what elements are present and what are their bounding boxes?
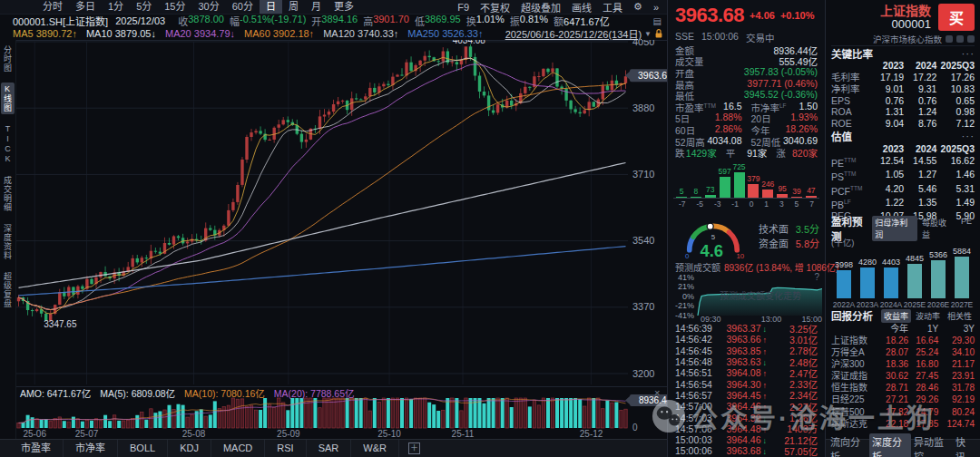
profit-forecast-section: 盈利预测归母净利润每股收益PE(十亿)39982022A42802023A440…: [831, 222, 975, 309]
cell-value: 124.74: [938, 418, 975, 430]
profit-bar-col: 53662026E: [926, 250, 950, 309]
cell-value: 28.71: [878, 382, 908, 394]
gear-icon[interactable]: ⚙: [629, 1, 647, 13]
toolbar-item-不复权[interactable]: 不复权: [475, 0, 514, 15]
period-tab-15分[interactable]: 15分: [158, 0, 191, 14]
cell-value: 0.98: [936, 106, 975, 118]
period-tab-更多[interactable]: 更多: [328, 0, 360, 14]
quote-header: 3963.68 +4.06 +0.10%: [668, 0, 825, 31]
svg-text:25-12: 25-12: [580, 429, 603, 439]
date-range-selector[interactable]: 2025/06/16-2025/12/26(134日): [505, 26, 642, 41]
sidebar-item-成交明细[interactable]: 成交明细: [1, 174, 15, 214]
sentiment-gauge: 01054.6: [673, 210, 753, 261]
toolbar-item-超级叠加[interactable]: 超级叠加: [516, 0, 565, 15]
svg-text:3200: 3200: [632, 368, 654, 379]
axis-tick: 3: [779, 199, 784, 209]
top-toolbar: 分时多日1分5分15分30分60分日周月更多 F9不复权超级叠加画线工具⚙»: [0, 0, 667, 15]
toolbar-item-画线[interactable]: 画线: [567, 0, 596, 15]
cell-value: 1.35: [904, 197, 936, 210]
tab-PE[interactable]: PE: [958, 216, 975, 241]
period-tab-30分[interactable]: 30分: [192, 0, 226, 14]
refresh-icon[interactable]: [956, 35, 964, 43]
toolbar-item-工具[interactable]: 工具: [598, 0, 627, 15]
tick-price: 3964.39↓: [719, 413, 767, 423]
indicator-tab-SAR[interactable]: SAR: [307, 440, 352, 457]
cell-value: 23.91: [938, 370, 975, 382]
add-icon[interactable]: [967, 35, 975, 43]
more-chevron-icon[interactable]: »: [649, 2, 663, 13]
section-title: 关键比率···: [831, 46, 975, 60]
distribution-value: 725: [732, 162, 745, 171]
buy-button[interactable]: 买: [938, 4, 975, 31]
distribution-value: 597: [719, 167, 731, 176]
cell-value: 5.46: [904, 183, 936, 197]
pencil-icon[interactable]: [946, 35, 953, 43]
tick-time: 14:57:03: [675, 413, 719, 423]
more-icon[interactable]: ···: [962, 131, 975, 141]
sidebar-item-分时图[interactable]: 分时图: [1, 44, 15, 74]
bar-category: 2025E: [904, 300, 926, 309]
kline-chart[interactable]: 4050388037103540337032004034.083347.6539…: [16, 40, 667, 388]
toolbar-item-F9[interactable]: F9: [453, 2, 474, 13]
distribution-value: 73: [706, 185, 714, 194]
cell-value: 17.22: [904, 72, 936, 83]
indicator-tab-KDJ[interactable]: KDJ: [168, 440, 211, 457]
period-tab-日[interactable]: 日: [260, 0, 282, 14]
row-label: 毛利率: [831, 72, 871, 83]
sidebar-item-TICK[interactable]: TICK: [3, 122, 14, 166]
data-table: 今年1Y3Y上证指数18.2616.6429.30万得全A28.0725.243…: [831, 323, 975, 430]
sidebar-item-超级复盘[interactable]: 超级复盘: [1, 270, 15, 310]
toolbar-right: F9不复权超级叠加画线工具⚙»: [453, 0, 667, 15]
index-tag-label: 沪深市场核心指数: [873, 33, 942, 45]
kline-svg[interactable]: 4050388037103540337032004034.083347.6539…: [16, 40, 667, 386]
profit-bar-col: 39982022A: [832, 260, 856, 309]
sidebar-item-K线图[interactable]: K线图: [1, 83, 15, 114]
period-tab-60分[interactable]: 60分: [226, 0, 260, 14]
indicator-tab-市净率[interactable]: 市净率: [64, 440, 118, 457]
tick-price: 3963.37↓: [719, 323, 767, 334]
distribution-axis: -7-5-3-101357: [673, 199, 819, 209]
lock-icon[interactable]: [654, 28, 663, 39]
indicator-tab-MACD[interactable]: MACD: [211, 440, 265, 457]
exchange-label: SSE: [675, 31, 694, 44]
tick-time: 14:56:42: [675, 334, 719, 345]
svg-text:3347.65: 3347.65: [44, 319, 77, 329]
info-field-value: -0.51%(-19.71): [240, 14, 306, 28]
period-tab-5分[interactable]: 5分: [130, 0, 158, 14]
chevron-down-icon[interactable]: ▼: [644, 30, 652, 38]
close-icon[interactable]: ×: [654, 387, 660, 398]
cell-value: 29.26: [908, 394, 938, 405]
sidebar-item-深度资料[interactable]: 深度资料: [1, 222, 15, 262]
period-tab-分时[interactable]: 分时: [36, 0, 69, 14]
indicator-tab-RSI[interactable]: RSI: [265, 440, 306, 457]
cell-value: 14.79: [908, 406, 938, 418]
cell-value: 0.65: [936, 95, 975, 107]
tab-相关性[interactable]: 相关性: [945, 309, 975, 323]
symbol-label: 000001.SH[上证指数]: [13, 14, 108, 28]
tick-list[interactable]: 14:56:393963.37↓3.25亿14:56:423963.66↑3.0…: [668, 323, 825, 457]
period-tab-多日[interactable]: 多日: [69, 0, 102, 14]
indicator-tab-W&R[interactable]: W&R: [351, 440, 399, 457]
index-code: 000001: [880, 18, 931, 31]
tech-score-label: 技术面: [759, 221, 789, 236]
more-icon[interactable]: ···: [962, 48, 975, 59]
indicator-tab-市盈率[interactable]: 市盈率: [9, 440, 64, 457]
period-tab-周[interactable]: 周: [282, 0, 305, 14]
period-tab-1分[interactable]: 1分: [102, 0, 130, 14]
cell-value: 17.82: [878, 406, 908, 418]
svg-text:3370: 3370: [632, 301, 654, 312]
period-tab-月[interactable]: 月: [305, 0, 328, 14]
help-icon[interactable]: ?: [814, 272, 819, 282]
widget-icon[interactable]: ▤: [653, 16, 662, 26]
tick-row[interactable]: 15:00:063963.68↓57.05亿: [675, 445, 818, 456]
svg-text:4034.08: 4034.08: [453, 40, 486, 45]
tab-归母净利润[interactable]: 归母净利润: [872, 216, 917, 241]
tab-波动率[interactable]: 波动率: [913, 309, 943, 323]
indicator-tab-BOLL[interactable]: BOLL: [118, 440, 168, 457]
row-label: ROA: [831, 106, 871, 118]
tab-每股收益[interactable]: 每股收益: [919, 216, 956, 241]
add-indicator-button[interactable]: ＋: [408, 442, 420, 454]
svg-text:13:00: 13:00: [761, 315, 782, 323]
tab-收益率[interactable]: 收益率: [881, 309, 911, 323]
tech-score-value: 3.5分: [796, 221, 819, 236]
